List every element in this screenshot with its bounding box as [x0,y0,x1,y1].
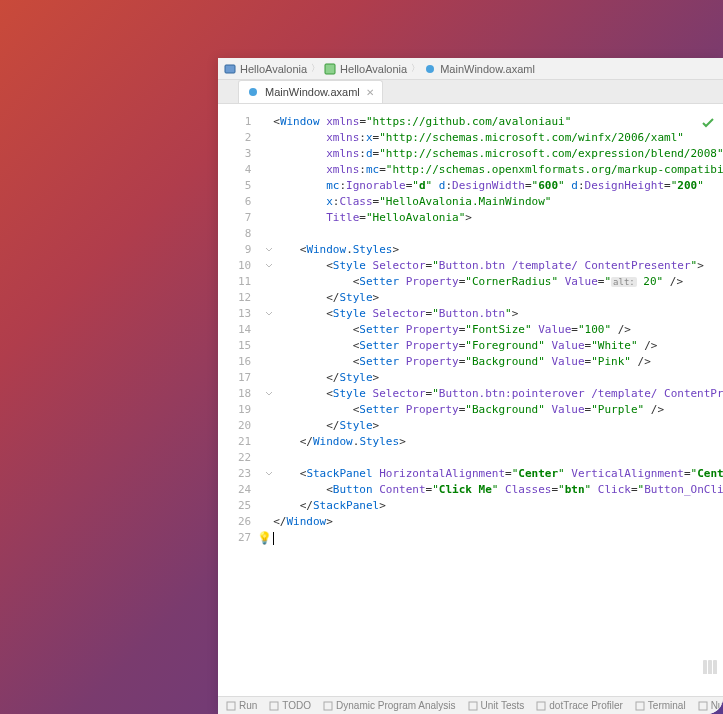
line-number: 20 [238,418,265,434]
bottom-tool-unit-tests[interactable]: Unit Tests [468,700,525,711]
tab-bar: MainWindow.axaml ✕ [218,80,723,104]
code-content[interactable]: <Window xmlns="https://github.com/avalon… [273,104,723,696]
code-line[interactable]: </StackPanel> [273,498,723,514]
bottom-toolbar: RunTODODynamic Program AnalysisUnit Test… [218,696,723,714]
svg-point-2 [426,65,434,73]
breadcrumb-separator: 〉 [311,62,320,75]
line-number: 5 [238,178,265,194]
code-line[interactable]: <StackPanel HorizontalAlignment="Center"… [273,466,723,482]
xaml-icon [424,63,436,75]
project-icon [224,63,236,75]
svg-rect-8 [469,702,477,710]
line-number: 10 [238,258,265,274]
code-line[interactable]: mc:Ignorable="d" d:DesignWidth="600" d:D… [273,178,723,194]
line-numbers: 1234567891011121314151617181920212223242… [238,104,265,696]
line-number: 14 [238,322,265,338]
svg-rect-11 [699,702,707,710]
breadcrumb: HelloAvalonia 〉 HelloAvalonia 〉 MainWind… [218,58,723,80]
breadcrumb-separator: 〉 [411,62,420,75]
fold-icon[interactable] [265,310,273,318]
code-line[interactable]: <Style Selector="Button.btn:pointerover … [273,386,723,402]
line-number: 8 [238,226,265,242]
close-icon[interactable]: ✕ [366,87,374,98]
line-number: 3 [238,146,265,162]
line-number: 17 [238,370,265,386]
bottom-tool-run[interactable]: Run [226,700,257,711]
fold-icon[interactable] [265,390,273,398]
fold-icon[interactable] [265,246,273,254]
code-line[interactable]: </Style> [273,370,723,386]
code-line[interactable]: <Window.Styles> [273,242,723,258]
line-number: 9 [238,242,265,258]
code-line[interactable]: </Window> [273,514,723,530]
tool-icon [536,701,546,711]
line-number: 25 [238,498,265,514]
svg-rect-5 [227,702,235,710]
lightbulb-icon[interactable]: 💡 [257,530,272,546]
line-number: 26 [238,514,265,530]
pencil-indicators [703,660,717,674]
code-line[interactable]: <Style Selector="Button.btn /template/ C… [273,258,723,274]
code-line[interactable]: xmlns:x="http://schemas.microsoft.com/wi… [273,130,723,146]
code-line[interactable] [273,226,723,242]
line-number: 16 [238,354,265,370]
line-number: 7 [238,210,265,226]
ide-window: HelloAvalonia 〉 HelloAvalonia 〉 MainWind… [218,58,723,714]
tool-icon [635,701,645,711]
line-number: 11 [238,274,265,290]
tool-icon [269,701,279,711]
svg-rect-10 [636,702,644,710]
code-line[interactable]: <Setter Property="Background" Value="Pin… [273,354,723,370]
svg-rect-1 [325,64,335,74]
bottom-tool-terminal[interactable]: Terminal [635,700,686,711]
code-line[interactable]: </Style> [273,290,723,306]
parameter-hint: alt: [611,277,637,287]
fold-icon[interactable] [265,262,273,270]
line-number: 15 [238,338,265,354]
breadcrumb-item-csproj[interactable]: HelloAvalonia [324,63,407,75]
bottom-tool-dynamic-program-analysis[interactable]: Dynamic Program Analysis [323,700,455,711]
line-number: 12 [238,290,265,306]
tab-mainwindow[interactable]: MainWindow.axaml ✕ [238,80,383,103]
code-line[interactable]: x:Class="HelloAvalonia.MainWindow" [273,194,723,210]
code-line[interactable]: </Style> [273,418,723,434]
breadcrumb-item-file[interactable]: MainWindow.axaml [424,63,535,75]
breadcrumb-item-project[interactable]: HelloAvalonia [224,63,307,75]
svg-rect-7 [324,702,332,710]
code-line[interactable]: xmlns:d="http://schemas.microsoft.com/ex… [273,146,723,162]
svg-rect-0 [225,65,235,73]
code-line[interactable]: <Setter Property="Foreground" Value="Whi… [273,338,723,354]
line-number: 18 [238,386,265,402]
tool-icon [468,701,478,711]
code-line[interactable]: <Button Content="Click Me" Classes="btn"… [273,482,723,498]
fold-icon[interactable] [265,470,273,478]
code-line[interactable]: <Setter Property="FontSize" Value="100" … [273,322,723,338]
line-number: 24 [238,482,265,498]
line-number: 23 [238,466,265,482]
tool-icon [698,701,708,711]
line-number: 2 [238,130,265,146]
bottom-tool-dottrace-profiler[interactable]: dotTrace Profiler [536,700,623,711]
csproj-icon [324,63,336,75]
line-number: 1 [238,114,265,130]
line-number: 21 [238,434,265,450]
svg-point-3 [249,88,257,96]
bottom-tool-nuget[interactable]: NuGet [698,700,723,711]
code-line[interactable]: <Style Selector="Button.btn"> [273,306,723,322]
text-caret [273,532,274,545]
code-line[interactable] [273,450,723,466]
code-editor[interactable]: 1234567891011121314151617181920212223242… [218,104,723,696]
code-line[interactable]: 💡 [273,530,723,546]
line-number: 4 [238,162,265,178]
code-line[interactable]: <Setter Property="Background" Value="Pur… [273,402,723,418]
svg-rect-9 [537,702,545,710]
code-line[interactable]: Title="HelloAvalonia"> [273,210,723,226]
code-line[interactable]: <Window xmlns="https://github.com/avalon… [273,114,723,130]
code-line[interactable]: </Window.Styles> [273,434,723,450]
svg-rect-6 [270,702,278,710]
code-line[interactable]: xmlns:mc="http://schemas.openxmlformats.… [273,162,723,178]
line-number: 6 [238,194,265,210]
code-line[interactable]: <Setter Property="CornerRadius" Value="a… [273,274,723,290]
line-number: 19 [238,402,265,418]
bottom-tool-todo[interactable]: TODO [269,700,311,711]
